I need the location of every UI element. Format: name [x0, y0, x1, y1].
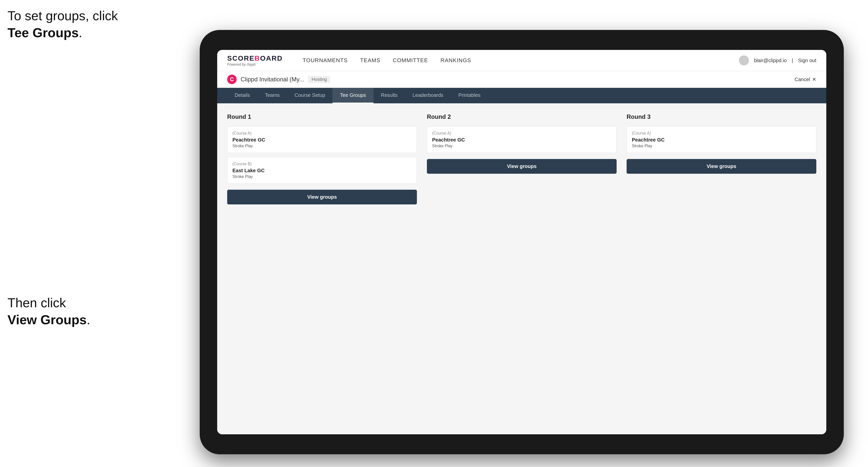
- round-3-view-groups-button[interactable]: View groups: [627, 159, 816, 174]
- round-1-course-b-play: Stroke Play: [232, 175, 412, 179]
- round-3-course-a-name: Peachtree GC: [632, 137, 811, 143]
- tab-results[interactable]: Results: [373, 88, 405, 103]
- cancel-button[interactable]: Cancel ✕: [795, 76, 816, 82]
- hosting-badge: Hosting: [308, 76, 330, 83]
- round-1-course-a: (Course A) Peachtree GC Stroke Play: [227, 126, 417, 153]
- nav-committee[interactable]: COMMITTEE: [393, 57, 428, 64]
- round-1-course-a-name: Peachtree GC: [232, 137, 412, 143]
- round-1-course-b-name: East Lake GC: [232, 168, 412, 174]
- round-2-title: Round 2: [427, 113, 617, 120]
- instruction-top-period: .: [79, 26, 82, 40]
- event-name: Clippd Invitational (My...: [241, 76, 304, 83]
- nav-tournaments[interactable]: TOURNAMENTS: [303, 57, 348, 64]
- round-2-course-a: (Course A) Peachtree GC Stroke Play: [427, 126, 617, 153]
- tablet-screen: SCOREBOARD Powered by clippit TOURNAMENT…: [217, 50, 826, 434]
- round-3-course-a-play: Stroke Play: [632, 144, 811, 148]
- round-1-course-a-label: (Course A): [232, 131, 412, 135]
- instruction-bottom-period: .: [87, 312, 90, 327]
- round-2-column: Round 2 (Course A) Peachtree GC Stroke P…: [427, 113, 617, 424]
- tab-details[interactable]: Details: [227, 88, 257, 103]
- instruction-bottom: Then click View Groups.: [7, 294, 90, 328]
- tablet-device: SCOREBOARD Powered by clippit TOURNAMENT…: [200, 30, 844, 454]
- round-2-course-a-label: (Course A): [432, 131, 611, 135]
- instruction-bottom-bold: View Groups: [7, 312, 87, 327]
- logo-text: SCOREBOARD: [227, 54, 283, 62]
- nav-teams[interactable]: TEAMS: [360, 57, 380, 64]
- round-1-title: Round 1: [227, 113, 417, 120]
- cancel-label: Cancel: [795, 76, 810, 82]
- content-area: Round 1 (Course A) Peachtree GC Stroke P…: [217, 103, 826, 434]
- round-3-course-a: (Course A) Peachtree GC Stroke Play: [627, 126, 816, 153]
- round-2-course-a-name: Peachtree GC: [432, 137, 611, 143]
- round-1-view-groups-button[interactable]: View groups: [227, 190, 417, 205]
- tab-bar: Details Teams Course Setup Tee Groups Re…: [217, 88, 826, 103]
- round-1-course-b: (Course B) East Lake GC Stroke Play: [227, 157, 417, 184]
- top-nav: SCOREBOARD Powered by clippit TOURNAMENT…: [217, 50, 826, 71]
- user-email: blair@clippd.io: [754, 58, 786, 63]
- nav-links: TOURNAMENTS TEAMS COMMITTEE RANKINGS: [303, 57, 724, 64]
- nav-rankings[interactable]: RANKINGS: [441, 57, 471, 64]
- tab-printables[interactable]: Printables: [451, 88, 488, 103]
- tab-tee-groups[interactable]: Tee Groups: [333, 88, 373, 103]
- round-1-course-b-label: (Course B): [232, 162, 412, 166]
- tab-course-setup[interactable]: Course Setup: [287, 88, 333, 103]
- sign-out-link[interactable]: Sign out: [798, 58, 816, 63]
- c-logo: C: [227, 74, 237, 84]
- logo-area: SCOREBOARD Powered by clippit: [227, 54, 283, 66]
- round-1-column: Round 1 (Course A) Peachtree GC Stroke P…: [227, 113, 417, 424]
- sub-header: C Clippd Invitational (My... Hosting Can…: [217, 71, 826, 88]
- round-3-course-a-label: (Course A): [632, 131, 811, 135]
- instruction-top-bold: Tee Groups: [7, 26, 79, 40]
- round-2-view-groups-button[interactable]: View groups: [427, 159, 617, 174]
- instruction-top-line1: To set groups, click: [7, 8, 118, 23]
- round-3-title: Round 3: [627, 113, 816, 120]
- avatar: [739, 55, 749, 65]
- cancel-icon: ✕: [812, 76, 816, 82]
- round-1-course-a-play: Stroke Play: [232, 144, 412, 148]
- nav-right: blair@clippd.io | Sign out: [739, 55, 816, 65]
- pipe-separator: |: [792, 58, 793, 63]
- sub-header-left: C Clippd Invitational (My... Hosting: [227, 74, 330, 84]
- instruction-top: To set groups, click Tee Groups.: [7, 7, 118, 41]
- instruction-bottom-line1: Then click: [7, 295, 66, 310]
- round-3-column: Round 3 (Course A) Peachtree GC Stroke P…: [627, 113, 816, 424]
- round-2-course-a-play: Stroke Play: [432, 144, 611, 148]
- tab-leaderboards[interactable]: Leaderboards: [405, 88, 451, 103]
- logo-sub: Powered by clippit: [227, 62, 283, 66]
- tab-teams[interactable]: Teams: [257, 88, 287, 103]
